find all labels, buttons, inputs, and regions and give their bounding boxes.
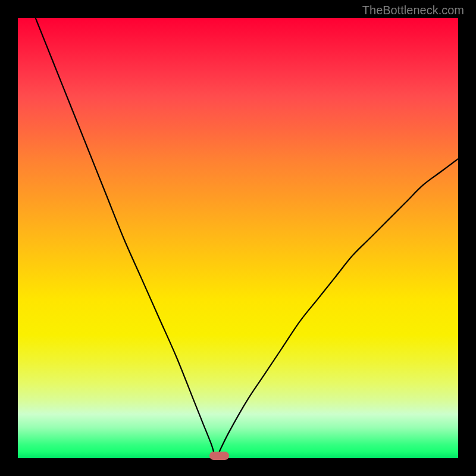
bottleneck-curve [36, 18, 458, 458]
curve-svg [18, 18, 458, 458]
watermark-text: TheBottleneck.com [362, 4, 464, 17]
optimal-marker [209, 452, 229, 460]
chart-frame: TheBottleneck.com [0, 0, 476, 476]
